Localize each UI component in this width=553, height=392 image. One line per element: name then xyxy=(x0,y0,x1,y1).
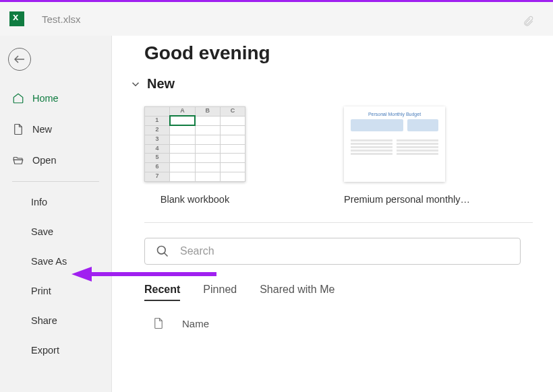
sidebar-item-label: Info xyxy=(31,197,47,207)
sidebar-item-label: Home xyxy=(32,93,59,104)
main-content: Good evening New ABC 1 2 3 4 5 6 xyxy=(112,36,553,392)
templates-row: ABC 1 2 3 4 5 6 7 Blank workbook Persona… xyxy=(144,106,553,205)
new-doc-icon xyxy=(12,123,24,135)
tab-pinned[interactable]: Pinned xyxy=(203,284,237,301)
sidebar-item-label: Save As xyxy=(31,256,67,267)
sidebar-item-save-as[interactable]: Save As xyxy=(0,247,111,276)
sidebar-item-label: New xyxy=(32,124,52,135)
tabs: Recent Pinned Shared with Me xyxy=(144,284,553,301)
chevron-down-icon xyxy=(129,78,142,90)
content-divider xyxy=(144,222,533,223)
sidebar-item-save[interactable]: Save xyxy=(0,217,111,247)
new-section-header[interactable]: New xyxy=(129,76,553,92)
search-box[interactable] xyxy=(144,238,521,265)
files-header: Name xyxy=(144,316,553,331)
back-button[interactable] xyxy=(8,48,31,71)
excel-app-icon xyxy=(9,11,24,26)
tab-shared-with-me[interactable]: Shared with Me xyxy=(260,284,334,301)
sidebar-item-print[interactable]: Print xyxy=(0,276,111,306)
sidebar-item-new[interactable]: New xyxy=(0,114,111,145)
sidebar-item-export[interactable]: Export xyxy=(0,335,111,365)
tab-recent[interactable]: Recent xyxy=(144,284,180,301)
back-arrow-icon xyxy=(14,55,25,64)
folder-open-icon xyxy=(12,154,24,166)
greeting-title: Good evening xyxy=(144,42,553,64)
sidebar-item-share[interactable]: Share xyxy=(0,306,111,335)
sidebar-item-home[interactable]: Home xyxy=(0,83,111,114)
sidebar-item-label: Open xyxy=(32,155,56,166)
name-column-header: Name xyxy=(182,318,209,329)
section-title: New xyxy=(147,76,175,92)
template-label: Premium personal monthly… xyxy=(344,194,470,205)
sidebar-divider xyxy=(12,181,99,182)
filename: Test.xlsx xyxy=(42,13,81,25)
sidebar-item-label: Save xyxy=(31,226,53,237)
template-thumbnail: Personal Monthly Budget xyxy=(344,106,445,182)
sidebar-item-open[interactable]: Open xyxy=(0,145,111,176)
sidebar-item-label: Export xyxy=(31,345,59,356)
template-label: Blank workbook xyxy=(144,194,245,205)
template-thumbnail: ABC 1 2 3 4 5 6 7 xyxy=(144,106,245,182)
home-icon xyxy=(12,92,24,104)
template-blank-workbook[interactable]: ABC 1 2 3 4 5 6 7 Blank workbook xyxy=(144,106,245,205)
attach-icon[interactable] xyxy=(522,14,534,29)
template-premium-budget[interactable]: Personal Monthly Budget Premium xyxy=(344,106,470,205)
svg-point-0 xyxy=(158,247,166,255)
titlebar: Test.xlsx xyxy=(0,2,553,36)
file-icon xyxy=(152,316,165,331)
sidebar-item-label: Share xyxy=(31,315,57,326)
sidebar-item-info[interactable]: Info xyxy=(0,187,111,217)
sidebar-item-label: Print xyxy=(31,286,51,296)
search-icon xyxy=(156,244,169,258)
search-input[interactable] xyxy=(180,245,509,257)
sidebar: Home New Open Info Save Save As Print Sh… xyxy=(0,36,112,392)
